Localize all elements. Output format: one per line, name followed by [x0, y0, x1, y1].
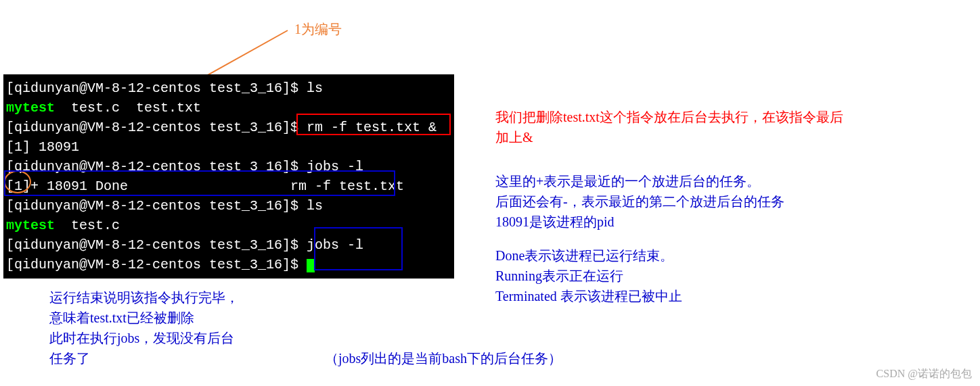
note-finished-1: 运行结束说明该指令执行完毕，	[49, 287, 239, 308]
note-finished-2: 意味着test.txt已经被删除	[49, 308, 194, 328]
note-minus-second: 后面还会有-，表示最近的第二个放进后台的任务	[495, 191, 784, 212]
term-lsrest-2: test.c	[55, 218, 120, 233]
term-last-prompt: [qidunyan@VM-8-12-centos test_3_16]$	[6, 257, 307, 272]
note-done: Done表示该进程已运行结束。	[495, 245, 673, 266]
note-rm-explain: 我们把删除test.txt这个指令放在后台去执行，在该指令最后加上&	[495, 107, 854, 147]
term-line-ls1: [qidunyan@VM-8-12-centos test_3_16]$ ls	[6, 78, 447, 98]
term-mytest-2: mytest	[6, 218, 55, 233]
term-line-lsout1: mytest test.c test.txt	[6, 98, 447, 118]
note-finished-4: 任务了	[49, 348, 90, 368]
note-pid: 18091是该进程的pid	[495, 212, 615, 232]
watermark: CSDN @诺诺的包包	[876, 366, 972, 382]
term-line-jobs2: [qidunyan@VM-8-12-centos test_3_16]$ job…	[6, 235, 447, 255]
term-line-rm: [qidunyan@VM-8-12-centos test_3_16]$ rm …	[6, 118, 447, 137]
terminal-window: [qidunyan@VM-8-12-centos test_3_16]$ ls …	[3, 74, 454, 279]
note-plus-most-recent: 这里的+表示是最近的一个放进后台的任务。	[495, 171, 760, 191]
term-lsrest-1: test.c test.txt	[55, 100, 201, 116]
term-line-prompt-cursor: [qidunyan@VM-8-12-centos test_3_16]$	[6, 255, 447, 274]
note-terminated: Terminated 表示该进程已被中止	[495, 286, 682, 306]
note-jobs-scope: （jobs列出的是当前bash下的后台任务）	[325, 348, 562, 368]
note-finished-3: 此时在执行jobs，发现没有后台	[49, 328, 234, 348]
term-line-ls2: [qidunyan@VM-8-12-centos test_3_16]$ ls	[6, 196, 447, 216]
term-mytest-1: mytest	[6, 100, 55, 116]
note-job-number: 1为编号	[294, 19, 342, 39]
note-running: Running表示正在运行	[495, 266, 623, 286]
term-line-jobout: [1]+ 18091 Done rm -f test.txt	[6, 176, 447, 196]
term-line-lsout2: mytest test.c	[6, 216, 447, 235]
term-line-jobnum: [1] 18091	[6, 137, 447, 157]
term-line-jobs1: [qidunyan@VM-8-12-centos test_3_16]$ job…	[6, 157, 447, 176]
cursor-block	[307, 259, 315, 272]
